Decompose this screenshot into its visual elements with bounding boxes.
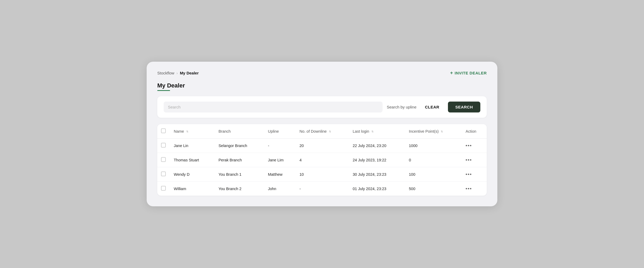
row-branch: You Branch 2 xyxy=(215,182,264,196)
main-card: Stockflow › My Dealer + INVITE DEALER My… xyxy=(147,62,497,206)
row-checkbox-cell xyxy=(157,167,170,182)
search-panel: Search by upline CLEAR SEARCH xyxy=(157,96,487,118)
header-downline: No. of Downline ⇅ xyxy=(296,124,349,139)
search-input[interactable] xyxy=(164,102,383,112)
breadcrumb-separator: › xyxy=(176,71,178,75)
row-action xyxy=(462,153,487,167)
header-action: Action xyxy=(462,124,487,139)
incentive-sort-icon[interactable]: ⇅ xyxy=(441,130,443,133)
breadcrumb-row: Stockflow › My Dealer + INVITE DEALER xyxy=(157,70,487,76)
clear-button[interactable]: CLEAR xyxy=(421,102,443,112)
row-branch: Selangor Branch xyxy=(215,139,264,153)
action-dots-button-1[interactable] xyxy=(466,159,483,161)
row-name: Thomas Stuart xyxy=(170,153,215,167)
row-incentive: 0 xyxy=(405,153,462,167)
row-name: Wendy D xyxy=(170,167,215,182)
row-last-login: 30 July 2024, 23:23 xyxy=(349,167,405,182)
header-upline: Upline xyxy=(264,124,296,139)
row-checkbox-cell xyxy=(157,139,170,153)
action-dots-button-2[interactable] xyxy=(466,174,483,175)
data-table-wrap: Name ⇅ Branch Upline No. of Downline ⇅ L… xyxy=(157,124,487,196)
row-checkbox-cell xyxy=(157,182,170,196)
dealer-table: Name ⇅ Branch Upline No. of Downline ⇅ L… xyxy=(157,124,487,196)
row-incentive: 500 xyxy=(405,182,462,196)
action-dots-button-3[interactable] xyxy=(466,188,483,189)
row-checkbox-2[interactable] xyxy=(161,171,166,176)
row-last-login: 01 July 2024, 23:23 xyxy=(349,182,405,196)
table-header-row: Name ⇅ Branch Upline No. of Downline ⇅ L… xyxy=(157,124,487,139)
row-action xyxy=(462,182,487,196)
breadcrumb: Stockflow › My Dealer xyxy=(157,71,199,75)
row-action xyxy=(462,167,487,182)
row-name: Jane Lin xyxy=(170,139,215,153)
plus-icon: + xyxy=(450,70,453,76)
search-by-upline-label[interactable]: Search by upline xyxy=(387,105,417,109)
row-branch: Perak Branch xyxy=(215,153,264,167)
title-underline xyxy=(157,90,170,91)
invite-dealer-label: INVITE DEALER xyxy=(455,71,487,75)
row-downline: 4 xyxy=(296,153,349,167)
header-last-login: Last login ⇅ xyxy=(349,124,405,139)
row-action xyxy=(462,139,487,153)
action-dots-button-0[interactable] xyxy=(466,145,483,146)
row-downline: 20 xyxy=(296,139,349,153)
row-incentive: 1000 xyxy=(405,139,462,153)
header-branch: Branch xyxy=(215,124,264,139)
row-checkbox-cell xyxy=(157,153,170,167)
row-downline: - xyxy=(296,182,349,196)
row-incentive: 100 xyxy=(405,167,462,182)
row-downline: 10 xyxy=(296,167,349,182)
row-upline: John xyxy=(264,182,296,196)
table-row: Thomas Stuart Perak Branch Jane Lim 4 24… xyxy=(157,153,487,167)
table-row: William You Branch 2 John - 01 July 2024… xyxy=(157,182,487,196)
search-button[interactable]: SEARCH xyxy=(448,102,480,112)
page-title: My Dealer xyxy=(157,82,487,89)
row-checkbox-0[interactable] xyxy=(161,143,166,148)
row-branch: You Branch 1 xyxy=(215,167,264,182)
invite-dealer-button[interactable]: + INVITE DEALER xyxy=(450,70,487,76)
row-last-login: 24 July 2023, 19:22 xyxy=(349,153,405,167)
header-name: Name ⇅ xyxy=(170,124,215,139)
table-body: Jane Lin Selangor Branch - 20 22 July 20… xyxy=(157,139,487,196)
name-sort-icon[interactable]: ⇅ xyxy=(186,130,188,133)
row-checkbox-1[interactable] xyxy=(161,157,166,162)
row-checkbox-3[interactable] xyxy=(161,186,166,191)
breadcrumb-parent: Stockflow xyxy=(157,71,174,75)
breadcrumb-current: My Dealer xyxy=(180,71,199,75)
header-checkbox-col xyxy=(157,124,170,139)
row-last-login: 22 July 2024, 23:20 xyxy=(349,139,405,153)
row-upline: - xyxy=(264,139,296,153)
header-incentive: Incentive Point(s) ⇅ xyxy=(405,124,462,139)
table-row: Wendy D You Branch 1 Matthew 10 30 July … xyxy=(157,167,487,182)
row-name: William xyxy=(170,182,215,196)
row-upline: Matthew xyxy=(264,167,296,182)
downline-sort-icon[interactable]: ⇅ xyxy=(329,130,331,133)
row-upline: Jane Lim xyxy=(264,153,296,167)
lastlogin-sort-icon[interactable]: ⇅ xyxy=(371,130,374,133)
table-row: Jane Lin Selangor Branch - 20 22 July 20… xyxy=(157,139,487,153)
select-all-checkbox[interactable] xyxy=(161,128,166,133)
